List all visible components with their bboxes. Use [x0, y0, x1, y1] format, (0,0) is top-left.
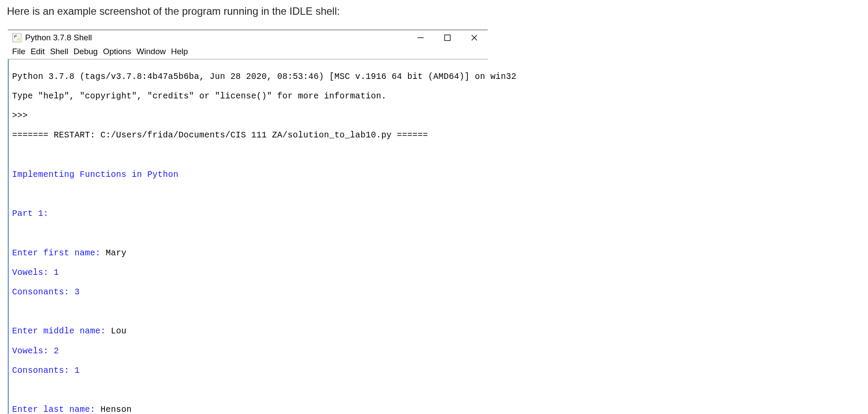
svg-point-2 [18, 39, 19, 40]
maximize-button[interactable] [443, 33, 452, 42]
intro-paragraph: Here is an example screenshot of the pro… [7, 3, 863, 19]
window-titlebar: Python 3.7.8 Shell [8, 30, 488, 45]
first-name-row: Enter first name: Mary [12, 248, 484, 258]
restart-line: ======= RESTART: C:/Users/frida/Document… [12, 130, 484, 140]
middle-name-row: Enter middle name: Lou [12, 326, 484, 336]
last-name-value: Henson [100, 405, 132, 414]
menu-debug[interactable]: Debug [74, 47, 98, 56]
svg-rect-4 [445, 35, 450, 41]
menu-edit[interactable]: Edit [31, 47, 45, 56]
program-title: Implementing Functions in Python [12, 170, 484, 180]
minimize-button[interactable] [416, 33, 425, 42]
blank-line [12, 228, 484, 238]
window-controls [416, 33, 479, 42]
first-name-prompt: Enter first name: [12, 248, 106, 258]
middle-name-prompt: Enter middle name: [12, 326, 111, 336]
blank-line [12, 150, 484, 160]
menu-file[interactable]: File [12, 47, 26, 56]
help-line: Type "help", "copyright", "credits" or "… [12, 91, 484, 101]
blank-line [12, 385, 484, 395]
first-name-vowels: Vowels: 1 [12, 268, 484, 278]
svg-rect-0 [13, 33, 21, 42]
svg-point-1 [15, 36, 16, 36]
blank-line [12, 307, 484, 317]
window-title: Python 3.7.8 Shell [25, 33, 416, 42]
part1-heading: Part 1: [12, 209, 484, 219]
first-name-value: Mary [106, 248, 126, 258]
close-button[interactable] [470, 33, 479, 42]
last-name-row: Enter last name: Henson [12, 405, 484, 414]
idle-shell-window: Python 3.7.8 Shell File Edit Shell Debug… [8, 29, 488, 414]
menu-options[interactable]: Options [103, 47, 131, 56]
shell-prompt: >>> [12, 111, 484, 121]
menu-window[interactable]: Window [136, 47, 166, 56]
version-line: Python 3.7.8 (tags/v3.7.8:4b47a5b6ba, Ju… [12, 72, 484, 82]
first-name-consonants: Consonants: 3 [12, 287, 484, 297]
menu-help[interactable]: Help [171, 47, 188, 56]
menu-shell[interactable]: Shell [50, 47, 68, 56]
middle-name-consonants: Consonants: 1 [12, 366, 484, 376]
menubar: File Edit Shell Debug Options Window Hel… [8, 45, 488, 59]
python-idle-icon [12, 33, 22, 42]
last-name-prompt: Enter last name: [12, 405, 100, 414]
blank-line [12, 189, 484, 199]
shell-output-area[interactable]: Python 3.7.8 (tags/v3.7.8:4b47a5b6ba, Ju… [8, 59, 488, 414]
middle-name-vowels: Vowels: 2 [12, 346, 484, 356]
middle-name-value: Lou [111, 326, 126, 336]
